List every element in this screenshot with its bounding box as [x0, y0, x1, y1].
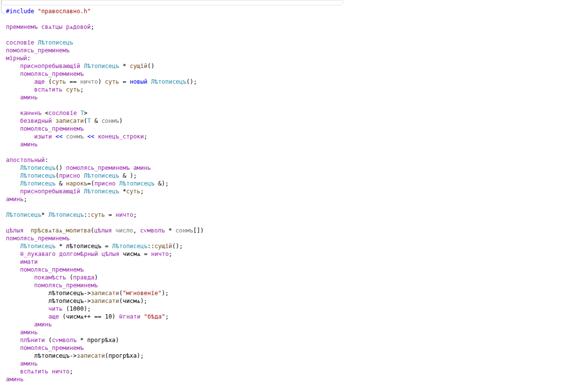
code-line: аще (суть == ничто) суть = новый Лѣтопис… — [6, 78, 564, 86]
code-token: << — [87, 133, 94, 140]
code-token: * — [165, 227, 176, 234]
code-token: суть — [126, 188, 141, 195]
code-token: сѵмволъ — [52, 337, 76, 344]
code-token: суть — [91, 211, 105, 218]
code-token — [80, 172, 84, 179]
code-token: аще — [34, 78, 45, 85]
code-token: цѣлыя — [101, 251, 119, 257]
code-token: * — [41, 211, 48, 218]
code-line: помолясь_преминемъ — [6, 281, 564, 289]
code-token: аминь — [20, 141, 38, 148]
code-token: ничто — [80, 78, 98, 85]
code-token — [6, 274, 34, 281]
code-token: свѧтцы — [41, 23, 62, 30]
code-token: * — [119, 188, 126, 195]
code-token — [6, 368, 20, 375]
code-token: сѵмволъ — [140, 227, 164, 234]
code-token: нарокъ — [66, 180, 87, 187]
code-token: лѣтописецъ-> — [6, 298, 91, 304]
code-token: << — [55, 133, 62, 140]
code-token — [6, 188, 20, 195]
code-token — [112, 227, 115, 234]
code-token: Лѣтописецъ — [119, 180, 154, 187]
code-line: плѣнити (сѵмволъ * прогрѣха) — [6, 336, 564, 344]
code-line: аминь — [6, 360, 564, 368]
code-token: помолясь_преминемъ — [20, 345, 84, 351]
code-token: сонмъ — [101, 117, 119, 124]
code-token — [24, 227, 30, 234]
code-line: преминемъ свѧтцы рѧдовой; — [6, 23, 564, 31]
code-token: = — [105, 211, 116, 218]
code-line: канѡнъ <сословїе T> — [6, 109, 564, 117]
code-token — [56, 251, 59, 257]
code-token: (чисмѧ++ == 10) — [59, 313, 119, 320]
code-token: покамѣстъ — [34, 274, 66, 281]
code-token: Лѣтописецъ — [48, 211, 84, 218]
code-token — [6, 141, 20, 148]
code-token: мїрный — [6, 55, 27, 62]
code-token: < — [42, 110, 48, 116]
code-token: апостольный — [6, 157, 45, 163]
code-token: #include — [6, 8, 34, 15]
code-token: ; — [141, 188, 144, 195]
code-token: помолясь_преминемъ — [20, 266, 84, 273]
code-editor[interactable]: #include "православно.h"преминемъ свѧтцы… — [0, 0, 564, 383]
code-token — [94, 133, 98, 140]
code-token: чисмѧ = — [119, 251, 151, 257]
code-token — [6, 86, 34, 93]
code-line — [6, 31, 564, 39]
code-line: #include "православно.h" — [6, 7, 564, 15]
code-token: цѣлыя — [94, 227, 112, 234]
code-token: :: — [84, 211, 91, 218]
code-token — [6, 125, 20, 132]
code-line: апостольный: — [6, 156, 564, 164]
code-token: помолясь_преминемъ — [20, 70, 84, 77]
code-token: & — [55, 180, 66, 187]
code-token: ; — [165, 313, 168, 320]
code-line — [6, 101, 564, 109]
code-token: аминь — [20, 360, 38, 367]
code-token: плѣнити — [20, 337, 45, 344]
code-token: ; — [169, 251, 172, 257]
code-token: ничто — [52, 368, 70, 375]
code-token — [62, 86, 66, 93]
code-line: Лѣтописецъ * лѣтописецъ = Лѣтописецъ::су… — [6, 242, 564, 250]
code-token — [6, 243, 20, 250]
code-token: сонмъ — [175, 227, 193, 234]
code-line: имати — [6, 258, 564, 266]
code-token: ( — [66, 274, 73, 281]
code-line: помолясь_преминемъ — [6, 70, 564, 78]
code-token: Лѣтописецъ — [38, 39, 73, 46]
code-token: аминь — [20, 94, 38, 101]
code-token: аминь — [34, 321, 52, 328]
code-token — [6, 117, 20, 124]
code-line: Лѣтописецъ(присно Лѣтописецъ & ); — [6, 172, 564, 180]
code-token: ничто — [116, 211, 133, 218]
code-token — [6, 133, 34, 140]
code-token: Лѣтописецъ — [84, 172, 119, 179]
code-token: прѣсвѧтаѧ_молитва — [31, 227, 91, 234]
code-token: присно — [59, 172, 80, 179]
code-token: аминь — [6, 196, 24, 203]
code-token: :: — [147, 243, 154, 250]
code-line: Лѣтописецъ() помолясь_преминемъ аминь — [6, 164, 564, 172]
code-line: аминь — [6, 93, 564, 101]
code-token: ) — [98, 78, 105, 85]
code-token — [6, 164, 20, 171]
code-token — [6, 251, 20, 257]
code-token: Лѣтописецъ — [20, 172, 55, 179]
code-token: ; — [144, 133, 147, 140]
code-token — [6, 180, 20, 187]
code-line: чить (1000); — [6, 305, 564, 313]
code-line: покамѣстъ (правда) — [6, 274, 564, 281]
code-line: аминь — [6, 328, 564, 336]
code-token: = — [119, 78, 130, 85]
code-token: имати — [20, 258, 38, 265]
code-line — [6, 15, 564, 23]
code-token: канѡнъ — [20, 110, 42, 116]
code-token: записати — [77, 352, 105, 359]
code-line: цѣлыя прѣсвѧтаѧ_молитва(цѣлыя число, сѵм… — [6, 227, 564, 234]
code-token: ; — [133, 211, 137, 218]
code-token: долгомѣрный — [59, 251, 98, 257]
code-token: "православно.h" — [38, 8, 91, 15]
